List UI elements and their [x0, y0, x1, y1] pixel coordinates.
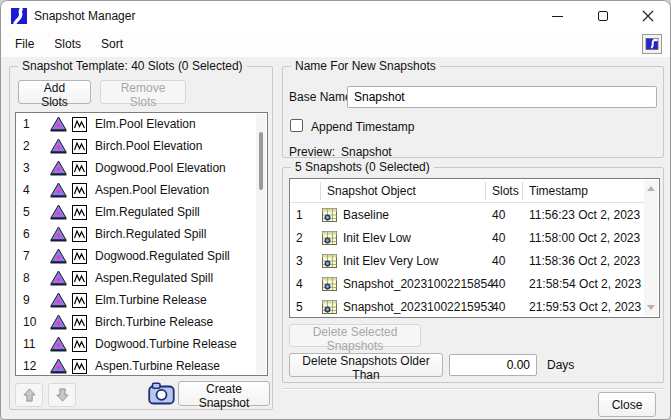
series-slot-icon — [72, 205, 87, 220]
days-input[interactable] — [449, 354, 537, 376]
slot-name: Aspen.Pool Elevation — [95, 183, 209, 197]
slot-name: Dogwood.Pool Elevation — [95, 161, 226, 175]
slot-number: 8 — [16, 271, 50, 285]
slot-number: 2 — [16, 139, 50, 153]
slot-list-item[interactable]: 11 Dogwood.Turbine Release — [16, 333, 267, 355]
snapshot-row[interactable]: 5 Snaps — [290, 295, 659, 318]
riverware-mini-icon — [645, 37, 659, 51]
remove-slots-button[interactable]: Remove Slots — [100, 80, 186, 104]
window-title: Snapshot Manager — [34, 1, 135, 31]
slot-number: 6 — [16, 227, 50, 241]
name-group-title: Name For New Snapshots — [291, 59, 440, 73]
slot-list-scrollbar-thumb[interactable] — [259, 132, 263, 190]
menu-sort[interactable]: Sort — [91, 32, 133, 56]
snapshot-row[interactable]: 2 Init — [290, 226, 659, 249]
snapshot-name: Init Elev Very Low — [343, 254, 438, 268]
snapshots-table-scrollbar[interactable] — [644, 180, 658, 316]
slot-list-item[interactable]: 3 Dogwood.Pool Elevation — [16, 157, 267, 179]
reservoir-object-icon — [50, 204, 67, 220]
slot-template-list[interactable]: 1 Elm.Pool Elevation 2 — [15, 112, 268, 376]
base-name-input[interactable] — [347, 86, 657, 108]
header-snapshot-object[interactable]: Snapshot Object — [321, 182, 486, 200]
slot-name: Elm.Turbine Release — [95, 293, 207, 307]
reservoir-object-icon — [50, 358, 67, 374]
snapshot-object-icon — [322, 254, 337, 268]
days-label: Days — [547, 358, 574, 372]
snapshot-name: Snapshot_20231002215854 — [343, 277, 494, 291]
slot-list-item[interactable]: 5 Elm.Regulated Spill — [16, 201, 267, 223]
slot-name: Elm.Pool Elevation — [95, 117, 196, 131]
slot-number: 11 — [16, 337, 50, 351]
preview-value: Snapshot — [341, 145, 392, 159]
snapshot-timestamp-cell: 11:58:00 Oct 2, 2023 — [523, 231, 644, 245]
append-timestamp-label: Append Timestamp — [311, 120, 414, 134]
snapshot-row-number: 5 — [290, 300, 321, 314]
slot-list-item[interactable]: 7 Dogwood.Regulated Spill — [16, 245, 267, 267]
reservoir-object-icon — [50, 116, 67, 132]
slot-list-item[interactable]: 2 Birch.Pool Elevation — [16, 135, 267, 157]
header-timestamp[interactable]: Timestamp — [523, 182, 644, 200]
append-timestamp-checkbox[interactable] — [290, 119, 303, 132]
snapshot-row-number: 4 — [290, 277, 321, 291]
snapshot-object-cell: Snapshot_20231002215854 — [321, 277, 486, 291]
slot-number: 4 — [16, 183, 50, 197]
create-snapshot-button[interactable]: Create Snapshot — [178, 381, 270, 406]
scrollbar-down-icon[interactable] — [647, 305, 655, 310]
snapshot-slots-cell: 40 — [486, 208, 523, 222]
arrow-down-icon — [55, 387, 70, 403]
delete-selected-snapshots-button[interactable]: Delete Selected Snapshots — [289, 324, 421, 347]
snapshots-table[interactable]: Snapshot Object Slots Timestamp 1 — [289, 178, 660, 318]
riverware-model-icon-button[interactable] — [642, 34, 662, 54]
snapshot-object-cell: Init Elev Very Low — [321, 254, 486, 268]
slot-number: 7 — [16, 249, 50, 263]
snapshot-name: Baseline — [343, 208, 389, 222]
titlebar: Snapshot Manager — [1, 1, 670, 31]
snapshot-row[interactable]: 3 Init — [290, 249, 659, 272]
snapshot-timestamp-cell: 11:58:36 Oct 2, 2023 — [523, 254, 644, 268]
series-slot-icon — [72, 117, 87, 132]
slot-list-item[interactable]: 4 Aspen.Pool Elevation — [16, 179, 267, 201]
series-slot-icon — [72, 227, 87, 242]
slot-list-item[interactable]: 10 Birch.Turbine Release — [16, 311, 267, 333]
close-button[interactable]: Close — [598, 392, 656, 417]
slot-name: Dogwood.Regulated Spill — [95, 249, 230, 263]
riverware-logo-icon — [11, 8, 27, 24]
slot-list-item[interactable]: 8 Aspen.Regulated Spill — [16, 267, 267, 289]
slot-list-item[interactable]: 12 Aspen.Turbine Release — [16, 355, 267, 376]
series-slot-icon — [72, 183, 87, 198]
move-slot-up-button[interactable] — [15, 383, 43, 407]
snapshot-timestamp-cell: 21:58:54 Oct 2, 2023 — [523, 277, 644, 291]
slot-list-scrollbar[interactable] — [256, 114, 266, 374]
header-slots[interactable]: Slots — [486, 182, 523, 200]
series-slot-icon — [72, 139, 87, 154]
snapshot-row[interactable]: 4 Snaps — [290, 272, 659, 295]
footer-separator — [282, 388, 664, 390]
menu-slots[interactable]: Slots — [44, 32, 91, 56]
close-window-button[interactable] — [625, 1, 670, 31]
slot-name: Dogwood.Turbine Release — [95, 337, 237, 351]
maximize-icon — [598, 11, 608, 21]
add-slots-button[interactable]: Add Slots — [18, 80, 91, 104]
header-number-column[interactable] — [290, 182, 321, 200]
slot-list-item[interactable]: 1 Elm.Pool Elevation — [16, 113, 267, 135]
series-slot-icon — [72, 271, 87, 286]
menu-file[interactable]: File — [5, 32, 44, 56]
scrollbar-up-icon[interactable] — [647, 186, 655, 191]
preview-label: Preview: — [289, 145, 335, 159]
move-slot-down-button[interactable] — [48, 383, 76, 407]
slot-number: 5 — [16, 205, 50, 219]
snapshots-table-body: 1 Basel — [290, 203, 659, 318]
snapshot-slots-cell: 40 — [486, 231, 523, 245]
series-slot-icon — [72, 315, 87, 330]
slot-list-item[interactable]: 9 Elm.Turbine Release — [16, 289, 267, 311]
series-slot-icon — [72, 161, 87, 176]
snapshot-row[interactable]: 1 Basel — [290, 203, 659, 226]
snapshot-timestamp-cell: 11:56:23 Oct 2, 2023 — [523, 208, 644, 222]
reservoir-object-icon — [50, 270, 67, 286]
reservoir-object-icon — [50, 314, 67, 330]
delete-snapshots-older-than-button[interactable]: Delete Snapshots Older Than — [289, 353, 443, 377]
reservoir-object-icon — [50, 160, 67, 176]
maximize-button[interactable] — [580, 1, 625, 31]
slot-list-item[interactable]: 6 Birch.Regulated Spill — [16, 223, 267, 245]
minimize-button[interactable] — [535, 1, 580, 31]
